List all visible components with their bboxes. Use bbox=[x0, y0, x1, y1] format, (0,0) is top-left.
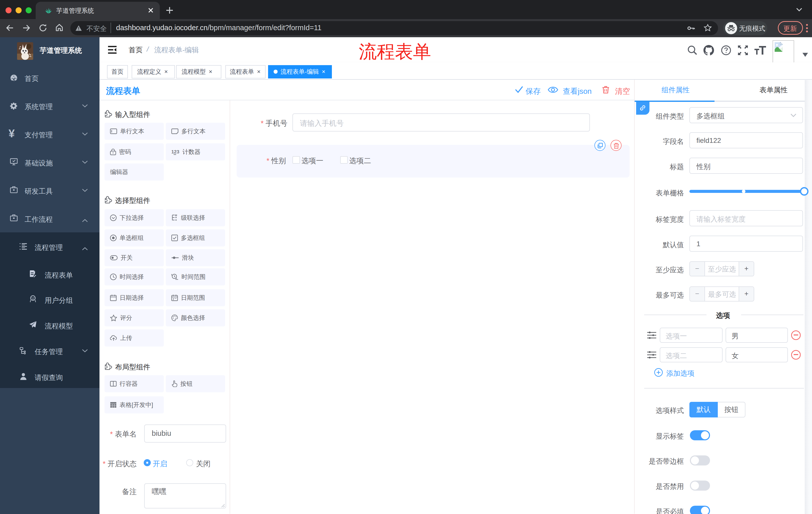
svg-text:123: 123 bbox=[171, 149, 179, 154]
